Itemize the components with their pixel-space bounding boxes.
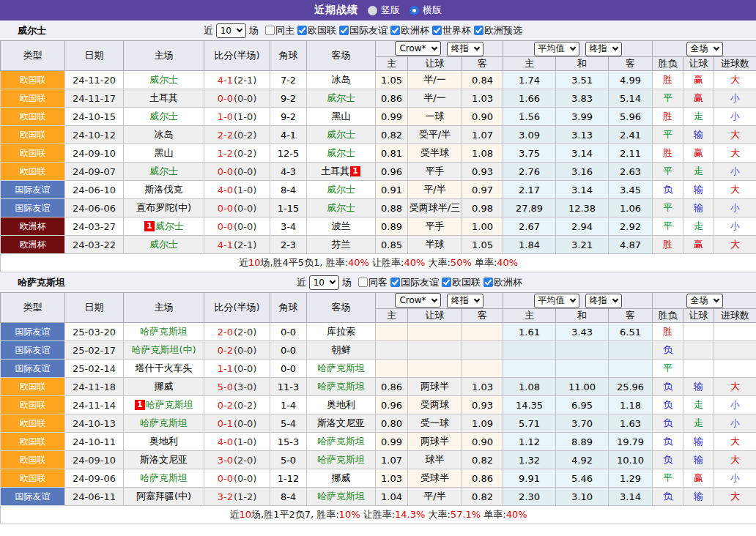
result-flag: 平 (653, 89, 683, 108)
odds-company-select[interactable]: Crow* (395, 293, 440, 308)
same-venue-checkbox[interactable] (265, 26, 275, 35)
away-team-cell: 哈萨克斯坦 (307, 378, 376, 396)
match-date: 24-11-18 (65, 378, 124, 396)
handicap-odds: 0.84 (462, 71, 503, 89)
competition-type: 欧国联 (1, 108, 65, 126)
match-row: 欧洲杯24-03-22威尔士4-1(2-1)2-3芬兰0.85半球1.051.8… (1, 236, 756, 254)
average-select[interactable]: 平均值 (534, 294, 579, 308)
final-odds-select[interactable]: 终指 (585, 42, 622, 56)
average-odds: 9.91 (503, 469, 556, 488)
chevron-down-icon (713, 45, 719, 51)
radio-icon[interactable] (368, 6, 377, 15)
handicap-odds (462, 323, 503, 341)
away-team-cell: 斯洛文尼亚 (307, 414, 376, 433)
result-flag: 大 (714, 433, 756, 451)
average-odds: 3.09 (503, 126, 556, 144)
match-row: 国际友谊25-02-14塔什干火车头1-1(0-0)0-0哈萨克斯坦平 (1, 360, 756, 378)
view-option-vertical[interactable]: 竖版 (368, 4, 400, 17)
fulltime-score: 4-1 (218, 75, 233, 86)
average-odds: 1.63 (609, 414, 653, 433)
league-checkbox[interactable] (432, 26, 442, 35)
league-checkbox[interactable] (483, 278, 493, 287)
match-row: 国际友谊24-06-11阿塞拜疆(中)3-2(1-2)8-4哈萨克斯坦1.04平… (1, 488, 756, 506)
average-odds: 1.84 (503, 236, 556, 254)
filter-label-near: 近 (297, 276, 306, 289)
fulltime-score: 3-2 (218, 491, 233, 502)
average-odds: 3.83 (556, 89, 609, 108)
header-group: 平均值终指 (503, 293, 653, 309)
result-flag (714, 341, 756, 360)
result-flag: 小 (714, 396, 756, 414)
match-row: 欧国联24-11-141哈萨克斯坦0-2(0-2)1-4奥地利0.96受两球0.… (1, 396, 756, 414)
team-name: 土耳其 (321, 165, 349, 176)
chevron-down-icon (431, 45, 437, 51)
league-checkbox[interactable] (474, 26, 483, 35)
halftime-score: (1-0) (234, 185, 256, 196)
average-odds: 1.66 (503, 89, 556, 108)
recent-count-select[interactable]: 10 (309, 275, 339, 290)
select-value: 终指 (590, 294, 607, 307)
odds-company-select[interactable]: Crow* (395, 41, 440, 56)
average-select[interactable]: 平均值 (534, 42, 579, 56)
average-odds: 3.99 (556, 108, 609, 126)
team-name: 斯洛伐克 (145, 184, 183, 195)
average-odds: 3.14 (556, 181, 609, 199)
result-flag: 输 (683, 126, 714, 144)
column-header: 客 (462, 309, 503, 323)
final-odds-select[interactable]: 终指 (585, 294, 622, 308)
scope-select[interactable]: 全场 (686, 42, 723, 56)
final-odds-select[interactable]: 终指 (447, 42, 483, 56)
fulltime-score: 3-0 (218, 455, 233, 466)
away-team-cell: 哈萨克斯坦 (307, 451, 376, 469)
match-row: 国际友谊25-03-20哈萨克斯坦2-0(2-0)0-0库拉索1.613.436… (1, 323, 756, 341)
handicap-odds: 1.04 (376, 488, 408, 506)
radio-selected-icon[interactable] (410, 6, 419, 15)
average-odds: 1.56 (503, 108, 556, 126)
halftime-score: (1-0) (234, 436, 256, 447)
select-value: 终指 (451, 294, 469, 307)
column-header: 胜负 (653, 309, 683, 323)
corners: 3-4 (270, 217, 307, 236)
team-name: 威尔士 (149, 111, 178, 122)
result-flag: 走 (683, 396, 714, 414)
halftime-score: (2-1) (234, 75, 256, 86)
view-option-horizontal[interactable]: 横版 (410, 4, 442, 17)
competition-type: 欧国联 (1, 89, 65, 108)
away-team-cell: 朝鲜 (307, 341, 376, 360)
league-checkbox[interactable] (339, 26, 349, 35)
column-header: 比分(半场) (204, 293, 270, 323)
average-odds: 1.08 (503, 378, 556, 396)
match-row: 欧国联24-09-10斯洛文尼亚3-0(2-0)5-0哈萨克斯坦1.07球半0.… (1, 451, 756, 469)
filter-label-games: 场 (249, 24, 259, 37)
match-row: 欧国联24-10-11奥地利4-0(1-0)15-3哈萨克斯坦0.99两球半0.… (1, 433, 756, 451)
scope-select[interactable]: 全场 (686, 294, 723, 308)
fulltime-score: 0-0 (218, 203, 233, 214)
handicap-odds: 0.96 (376, 163, 408, 181)
average-odds: 1.29 (609, 469, 653, 488)
same-venue-checkbox[interactable] (358, 278, 368, 287)
home-team-cell: 威尔士 (124, 163, 204, 181)
fulltime-score: 0-0 (218, 221, 233, 232)
league-checkbox[interactable] (390, 278, 400, 287)
final-odds-select[interactable]: 终指 (447, 294, 483, 308)
halftime-score: (1-0) (234, 111, 256, 122)
league-checkbox[interactable] (442, 278, 451, 287)
league-checkbox[interactable] (297, 26, 307, 35)
handicap-odds: 两球半 (408, 433, 462, 451)
header-group: Crow*终指 (376, 41, 503, 57)
league-checkbox[interactable] (390, 26, 400, 35)
recent-count-select[interactable]: 10 (216, 23, 246, 38)
result-flag: 走 (683, 163, 714, 181)
handicap-odds: 1.07 (462, 126, 503, 144)
average-odds: 8.89 (556, 433, 609, 451)
summary-segment: 近 (239, 257, 248, 268)
average-odds: 2.30 (503, 488, 556, 506)
handicap-odds: 0.91 (376, 181, 408, 199)
result-flag: 平 (653, 199, 683, 217)
column-header: 和 (556, 309, 609, 323)
result-flag: 大 (714, 488, 756, 506)
home-team-cell: 哈萨克斯坦 (124, 469, 204, 488)
handicap-odds: 0.81 (376, 144, 408, 163)
corners: 4-3 (270, 163, 307, 181)
average-odds: 1.74 (503, 71, 556, 89)
